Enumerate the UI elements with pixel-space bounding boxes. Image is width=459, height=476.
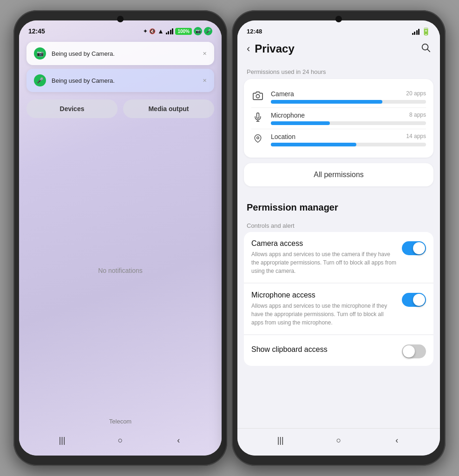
camera-perm-name: Camera bbox=[271, 90, 294, 98]
camera-notif-text: Being used by Camera. bbox=[52, 50, 115, 57]
signal-bars-2 bbox=[412, 28, 420, 35]
phone2-volume-up bbox=[232, 75, 232, 94]
recent-apps-button-2[interactable]: ||| bbox=[275, 434, 287, 446]
camera-bar-fill bbox=[271, 100, 382, 104]
clipboard-access-toggle[interactable] bbox=[402, 344, 426, 358]
time-display-2: 12:48 bbox=[247, 28, 262, 35]
permission-row-camera[interactable]: Camera 20 apps bbox=[251, 86, 426, 107]
phone1-power-button bbox=[227, 94, 227, 126]
divider-1 bbox=[237, 192, 440, 196]
mic-access-text: Microphone access Allows apps and servic… bbox=[251, 291, 396, 327]
status-icons-2: 🔋 bbox=[412, 27, 431, 36]
camera-perm-apps: 20 apps bbox=[406, 90, 426, 98]
mic-bar-track bbox=[271, 121, 426, 125]
svg-point-5 bbox=[257, 137, 259, 139]
devices-button[interactable]: Devices bbox=[26, 99, 118, 118]
recent-apps-button-1[interactable]: ||| bbox=[56, 434, 68, 446]
permissions-section-label: Permissions used in 24 hours bbox=[237, 62, 440, 79]
notification-area: 📷 Being used by Camera. ✕ 🎤 Being used b… bbox=[19, 39, 222, 95]
privacy-content[interactable]: Permissions used in 24 hours bbox=[237, 62, 440, 428]
phone1-content: 12:45 ✦ 🔇 ▲ 100% 📷 🎤 bbox=[19, 20, 222, 456]
status-bar-2: 12:48 🔋 bbox=[237, 20, 440, 40]
back-button-1[interactable]: ‹ bbox=[172, 434, 184, 446]
permissions-card: Camera 20 apps bbox=[244, 79, 433, 158]
back-button-2[interactable]: ‹ bbox=[391, 434, 403, 446]
mic-access-title: Microphone access bbox=[251, 291, 396, 299]
no-notifications-label: No notifications bbox=[19, 123, 222, 418]
media-output-button[interactable]: Media output bbox=[123, 99, 214, 118]
camera-perm-details: Camera 20 apps bbox=[271, 90, 426, 104]
bluetooth-icon: ✦ bbox=[143, 28, 147, 34]
camera-access-toggle[interactable] bbox=[402, 241, 426, 255]
phone1-screen: 12:45 ✦ 🔇 ▲ 100% 📷 🎤 bbox=[19, 20, 222, 456]
phone2-content: 12:48 🔋 ‹ Privac bbox=[237, 20, 440, 456]
camera-notif-icon: 📷 bbox=[34, 47, 46, 60]
mic-indicator-dot: 🎤 bbox=[204, 27, 212, 35]
phone1-camera bbox=[117, 16, 124, 22]
location-bar-track bbox=[271, 143, 426, 146]
battery-icon-2: 🔋 bbox=[421, 27, 431, 36]
camera-access-text: Camera access Allows apps and services t… bbox=[251, 239, 396, 275]
search-button[interactable] bbox=[420, 42, 431, 55]
phone2-camera bbox=[335, 16, 342, 22]
telecom-label: Telecom bbox=[19, 418, 222, 429]
mic-perm-name: Microphone bbox=[271, 112, 305, 119]
phone1: 12:45 ✦ 🔇 ▲ 100% 📷 🎤 bbox=[13, 10, 227, 466]
location-perm-apps: 14 apps bbox=[406, 133, 426, 140]
mic-access-desc: Allows apps and services to use the micr… bbox=[251, 302, 396, 327]
location-perm-name: Location bbox=[271, 133, 295, 140]
permission-row-location[interactable]: Location 14 apps bbox=[251, 129, 426, 150]
signal-bar-2 bbox=[168, 31, 169, 34]
mic-perm-apps: 8 apps bbox=[409, 112, 426, 119]
bottom-nav-1: ||| ○ ‹ bbox=[19, 429, 222, 456]
phone2-volume-down bbox=[232, 101, 232, 129]
signal-bar-1 bbox=[166, 33, 167, 34]
camera-access-row[interactable]: Camera access Allows apps and services t… bbox=[244, 232, 433, 283]
camera-access-desc: Allows apps and services to use the came… bbox=[251, 250, 396, 275]
mic-access-toggle[interactable] bbox=[402, 293, 426, 307]
action-buttons-row: Devices Media output bbox=[19, 95, 222, 123]
mic-perm-details: Microphone 8 apps bbox=[271, 112, 426, 125]
home-button-1[interactable]: ○ bbox=[114, 434, 126, 446]
mic-access-row[interactable]: Microphone access Allows apps and servic… bbox=[244, 284, 433, 335]
privacy-header: ‹ Privacy bbox=[237, 40, 440, 62]
camera-access-title: Camera access bbox=[251, 239, 396, 248]
notification-card-mic[interactable]: 🎤 Being used by Camera. ✕ bbox=[26, 69, 214, 92]
notif-dismiss-1[interactable]: ✕ bbox=[203, 51, 207, 57]
mic-notif-text: Being used by Camera. bbox=[52, 77, 115, 84]
signal-bar-3 bbox=[170, 30, 171, 34]
notification-card-camera[interactable]: 📷 Being used by Camera. ✕ bbox=[26, 42, 214, 65]
clipboard-access-row[interactable]: Show clipboard access bbox=[244, 335, 433, 366]
mute-icon: 🔇 bbox=[149, 28, 156, 34]
signal-bar-4 bbox=[172, 28, 173, 34]
privacy-title-row: ‹ Privacy bbox=[247, 42, 295, 55]
app-container: 12:45 ✦ 🔇 ▲ 100% 📷 🎤 bbox=[0, 0, 459, 476]
location-bar-fill bbox=[271, 143, 356, 146]
phone1-volume-down bbox=[13, 101, 14, 129]
phone2-screen: 12:48 🔋 ‹ Privac bbox=[237, 20, 440, 456]
back-arrow-button[interactable]: ‹ bbox=[247, 43, 250, 55]
location-perm-icon bbox=[251, 133, 264, 146]
mic-notif-icon: 🎤 bbox=[34, 74, 46, 86]
controls-label: Controls and alert bbox=[237, 218, 440, 232]
location-perm-details: Location 14 apps bbox=[271, 133, 426, 146]
home-button-2[interactable]: ○ bbox=[333, 434, 345, 446]
mic-perm-icon bbox=[251, 112, 264, 125]
permission-manager-heading: Permission manager bbox=[237, 196, 440, 217]
clipboard-access-text: Show clipboard access bbox=[251, 345, 402, 356]
notif-dismiss-2[interactable]: ✕ bbox=[203, 78, 207, 84]
all-permissions-button[interactable]: All permissions bbox=[244, 163, 433, 186]
permission-row-mic[interactable]: Microphone 8 apps bbox=[251, 107, 426, 129]
bottom-nav-2: ||| ○ ‹ bbox=[237, 428, 440, 456]
wifi-icon: ▲ bbox=[157, 27, 164, 35]
phone1-volume-up bbox=[13, 75, 14, 94]
privacy-title: Privacy bbox=[255, 42, 294, 55]
svg-line-1 bbox=[427, 49, 430, 52]
clipboard-access-title: Show clipboard access bbox=[251, 345, 402, 354]
phone2-power-button bbox=[445, 94, 446, 126]
phone2: 12:48 🔋 ‹ Privac bbox=[232, 10, 446, 466]
signal-bars bbox=[166, 28, 174, 34]
battery-display-1: 100% bbox=[175, 28, 192, 35]
status-icons-1: ✦ 🔇 ▲ 100% 📷 🎤 bbox=[143, 27, 212, 35]
camera-indicator-dot: 📷 bbox=[194, 27, 202, 35]
